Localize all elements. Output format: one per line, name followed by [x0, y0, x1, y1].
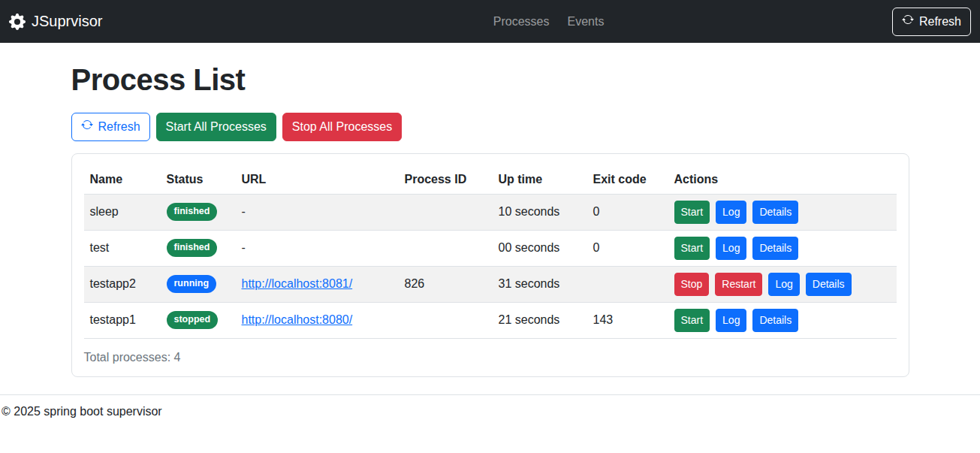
cell-name: testapp2	[84, 266, 161, 302]
cell-pid	[399, 302, 493, 338]
cell-actions: StartLogDetails	[668, 194, 897, 230]
log-button[interactable]: Log	[716, 201, 746, 224]
table-row: testapp2 running http://localhost:8081/ …	[84, 266, 897, 302]
cell-uptime: 10 seconds	[493, 194, 587, 230]
navbar: JSuprvisor Processes Events Refresh	[0, 0, 980, 43]
header-name: Name	[84, 166, 161, 194]
start-button[interactable]: Start	[674, 309, 710, 332]
table-header-row: Name Status URL Process ID Up time Exit …	[84, 166, 897, 194]
brand-link[interactable]: JSuprvisor	[9, 13, 102, 30]
process-list-card: Name Status URL Process ID Up time Exit …	[71, 153, 909, 377]
cell-pid	[399, 230, 493, 266]
cell-exit	[587, 266, 668, 302]
header-actions: Actions	[668, 166, 897, 194]
nav-item-processes[interactable]: Processes	[487, 9, 556, 35]
status-badge: running	[167, 275, 217, 293]
gear-icon	[9, 14, 26, 30]
log-button[interactable]: Log	[716, 237, 746, 260]
start-all-button[interactable]: Start All Processes	[156, 113, 276, 141]
header-exit-code: Exit code	[587, 166, 668, 194]
details-button[interactable]: Details	[752, 201, 798, 224]
log-button[interactable]: Log	[768, 273, 799, 296]
cell-actions: StartLogDetails	[668, 302, 897, 338]
status-badge: stopped	[167, 311, 219, 329]
cell-name: testapp1	[84, 302, 161, 338]
cell-exit: 0	[587, 194, 668, 230]
cell-actions: StopRestartLogDetails	[668, 266, 897, 302]
brand-label: JSuprvisor	[32, 13, 102, 30]
cell-uptime: 31 seconds	[493, 266, 587, 302]
arrow-repeat-icon	[81, 118, 93, 136]
main-container: Process List Refresh Start All Processes…	[71, 63, 909, 377]
header-process-id: Process ID	[399, 166, 493, 194]
nav-item-events[interactable]: Events	[561, 9, 610, 35]
table-row: sleep finished - 10 seconds 0 StartLogDe…	[84, 194, 897, 230]
cell-uptime: 00 seconds	[493, 230, 587, 266]
process-table: Name Status URL Process ID Up time Exit …	[84, 166, 897, 339]
navbar-refresh-label: Refresh	[919, 13, 961, 31]
navbar-refresh-button[interactable]: Refresh	[892, 8, 971, 36]
refresh-button[interactable]: Refresh	[71, 113, 150, 141]
process-table-body: sleep finished - 10 seconds 0 StartLogDe…	[84, 194, 897, 338]
table-row: testapp1 stopped http://localhost:8080/ …	[84, 302, 897, 338]
cell-exit: 0	[587, 230, 668, 266]
details-button[interactable]: Details	[752, 309, 798, 332]
cell-actions: StartLogDetails	[668, 230, 897, 266]
total-processes: Total processes: 4	[84, 351, 897, 364]
cell-pid	[399, 194, 493, 230]
process-url-link[interactable]: http://localhost:8081/	[242, 277, 353, 290]
stop-all-button[interactable]: Stop All Processes	[282, 113, 402, 141]
process-url-link[interactable]: http://localhost:8080/	[242, 313, 353, 326]
cell-url: http://localhost:8080/	[236, 302, 399, 338]
cell-url: http://localhost:8081/	[236, 266, 399, 302]
copyright-text: © 2025 spring boot supervisor	[2, 405, 162, 418]
restart-button[interactable]: Restart	[715, 273, 762, 296]
cell-url: -	[236, 230, 399, 266]
toolbar: Refresh Start All Processes Stop All Pro…	[71, 113, 909, 141]
details-button[interactable]: Details	[752, 237, 798, 260]
header-url: URL	[236, 166, 399, 194]
log-button[interactable]: Log	[716, 309, 746, 332]
header-status: Status	[161, 166, 236, 194]
cell-name: sleep	[84, 194, 161, 230]
status-badge: finished	[167, 239, 218, 257]
navbar-nav: Processes Events	[484, 0, 614, 43]
details-button[interactable]: Details	[806, 273, 852, 296]
cell-uptime: 21 seconds	[493, 302, 587, 338]
cell-url: -	[236, 194, 399, 230]
arrow-repeat-icon	[902, 13, 914, 31]
footer: © 2025 spring boot supervisor	[0, 394, 980, 441]
stop-button[interactable]: Stop	[674, 273, 710, 296]
start-button[interactable]: Start	[674, 201, 710, 224]
page-title: Process List	[71, 63, 909, 97]
cell-pid: 826	[399, 266, 493, 302]
refresh-button-label: Refresh	[98, 118, 140, 136]
cell-exit: 143	[587, 302, 668, 338]
cell-name: test	[84, 230, 161, 266]
start-button[interactable]: Start	[674, 237, 710, 260]
header-up-time: Up time	[493, 166, 587, 194]
table-row: test finished - 00 seconds 0 StartLogDet…	[84, 230, 897, 266]
status-badge: finished	[167, 203, 218, 221]
